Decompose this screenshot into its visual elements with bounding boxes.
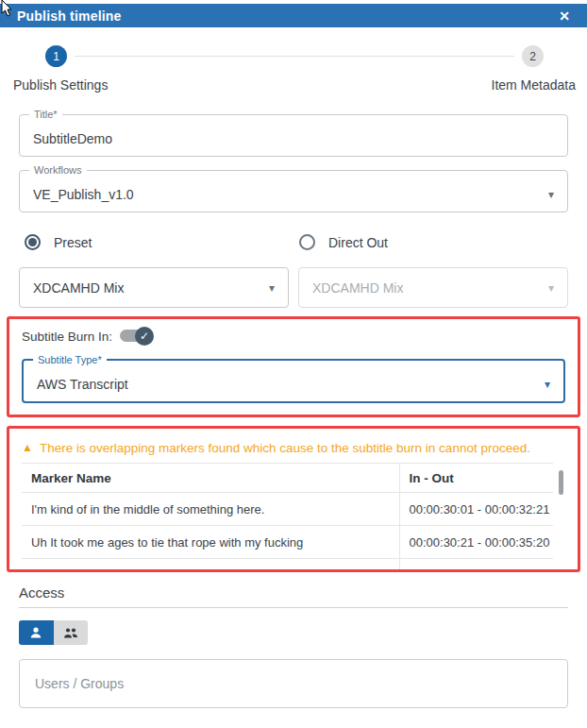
title-input[interactable] xyxy=(33,131,554,146)
close-icon[interactable]: ✕ xyxy=(559,9,570,23)
stepper: 1 2 xyxy=(19,45,568,67)
user-icon xyxy=(29,626,42,639)
dialog-body: 1 2 Publish Settings Item Metadata Title… xyxy=(0,45,587,728)
overlap-warning-annotation: ▲ There is overlapping markers found whi… xyxy=(7,426,580,572)
radio-preset[interactable]: Preset xyxy=(19,234,294,250)
output-mode-radios: Preset Direct Out xyxy=(19,234,568,250)
column-header-marker-name: Marker Name xyxy=(22,464,399,493)
radio-direct-out[interactable]: Direct Out xyxy=(294,234,568,250)
radio-direct-out-circle[interactable] xyxy=(299,234,315,250)
title-field-label: Title* xyxy=(29,109,62,121)
toggle-check-icon: ✓ xyxy=(135,327,154,346)
marker-name-cell xyxy=(22,559,399,570)
table-row-partial[interactable] xyxy=(22,559,553,570)
stepper-labels: Publish Settings Item Metadata xyxy=(13,77,576,93)
warning-triangle-icon: ▲ xyxy=(22,442,33,453)
subtitle-burn-in-row: Subtitle Burn In: ✓ xyxy=(22,325,565,347)
workflows-selected-value: VE_Publish_v1.0 xyxy=(33,187,541,202)
radio-preset-circle[interactable] xyxy=(25,234,41,250)
subtitle-burn-in-toggle[interactable]: ✓ xyxy=(120,327,154,346)
title-field[interactable]: Title* xyxy=(19,114,568,157)
radio-direct-out-label: Direct Out xyxy=(328,235,388,250)
workflows-field[interactable]: Workflows VE_Publish_v1.0 ▾ xyxy=(19,170,568,212)
dialog-header: Publish timeline ✕ xyxy=(0,4,587,27)
markers-table: Marker Name In - Out I'm kind of in the … xyxy=(22,463,553,569)
chevron-down-icon[interactable]: ▾ xyxy=(269,281,275,295)
radio-preset-label: Preset xyxy=(54,235,92,250)
preset-dropdown-row: XDCAMHD Mix ▾ XDCAMHD Mix ▾ xyxy=(19,267,568,308)
dialog-title: Publish timeline xyxy=(17,8,122,24)
subtitle-type-selected-value: AWS Transcript xyxy=(37,377,537,392)
direct-out-dropdown: XDCAMHD Mix ▾ xyxy=(298,267,568,308)
warning-message: There is overlapping markers found which… xyxy=(40,441,530,455)
users-groups-input[interactable] xyxy=(33,675,554,692)
mouse-cursor-icon xyxy=(1,0,15,19)
warning-row: ▲ There is overlapping markers found whi… xyxy=(22,436,565,459)
preset-dropdown[interactable]: XDCAMHD Mix ▾ xyxy=(19,267,289,308)
users-group-icon xyxy=(63,627,78,639)
access-heading: Access xyxy=(19,584,568,601)
step-1-circle[interactable]: 1 xyxy=(45,45,67,67)
markers-table-container: Marker Name In - Out I'm kind of in the … xyxy=(22,463,565,569)
workflows-field-label: Workflows xyxy=(29,164,87,177)
in-out-cell: 00:00:30:01 - 00:00:32:21 xyxy=(399,493,553,526)
chevron-down-icon: ▾ xyxy=(548,281,554,295)
step-2-circle[interactable]: 2 xyxy=(522,45,544,67)
stepper-connector xyxy=(75,56,514,57)
direct-out-dropdown-value: XDCAMHD Mix xyxy=(312,280,403,296)
subtitle-section-annotation: Subtitle Burn In: ✓ Subtitle Type* AWS T… xyxy=(7,316,580,417)
subtitle-type-label: Subtitle Type* xyxy=(33,354,107,366)
table-scrollbar[interactable] xyxy=(559,470,563,495)
access-type-toggle-group xyxy=(19,620,88,645)
in-out-cell: 00:00:30:21 - 00:00:35:20 xyxy=(399,526,553,559)
table-row[interactable]: Uh It took me ages to tie that rope with… xyxy=(22,526,553,559)
table-header-row: Marker Name In - Out xyxy=(22,464,553,493)
in-out-cell xyxy=(399,559,553,570)
chevron-down-icon[interactable]: ▾ xyxy=(541,189,554,200)
table-row[interactable]: I'm kind of in the middle of something h… xyxy=(22,493,553,526)
column-header-in-out: In - Out xyxy=(399,464,553,493)
groups-toggle-button[interactable] xyxy=(54,620,89,645)
marker-name-cell: I'm kind of in the middle of something h… xyxy=(22,493,399,526)
subtitle-burn-in-label: Subtitle Burn In: xyxy=(22,330,112,344)
access-divider xyxy=(19,607,568,608)
step-2-label: Item Metadata xyxy=(492,77,577,93)
preset-dropdown-value: XDCAMHD Mix xyxy=(33,280,124,296)
subtitle-type-field[interactable]: Subtitle Type* AWS Transcript ▾ xyxy=(22,359,565,403)
step-1-label: Publish Settings xyxy=(13,77,108,93)
publish-timeline-dialog: Publish timeline ✕ 1 2 Publish Settings … xyxy=(0,0,587,728)
users-toggle-button[interactable] xyxy=(19,620,54,645)
marker-name-cell: Uh It took me ages to tie that rope with… xyxy=(22,526,399,559)
chevron-down-icon[interactable]: ▾ xyxy=(537,379,550,390)
users-groups-field[interactable] xyxy=(19,659,568,708)
